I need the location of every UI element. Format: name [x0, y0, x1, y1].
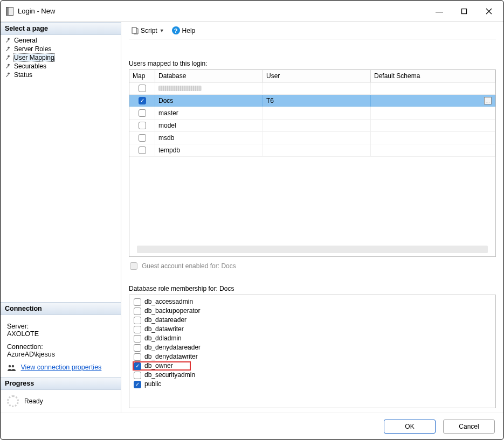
- table-row[interactable]: master: [129, 107, 495, 120]
- svg-rect-0: [462, 9, 467, 13]
- map-checkbox[interactable]: [139, 122, 146, 129]
- cell-schema: [371, 144, 495, 156]
- progress-header: Progress: [1, 377, 121, 390]
- ok-button[interactable]: OK: [384, 420, 436, 434]
- script-button[interactable]: Script ▼: [129, 26, 167, 36]
- role-label: db_denydatareader: [144, 343, 201, 352]
- nav-item-label: General: [14, 37, 37, 44]
- role-checkbox[interactable]: [134, 335, 141, 343]
- roles-label: Database role membership for: Docs: [129, 285, 496, 292]
- role-checkbox[interactable]: [134, 372, 141, 379]
- nav-item-label: Server Roles: [14, 45, 51, 53]
- help-icon: ?: [172, 26, 180, 34]
- cell-user: [263, 144, 371, 156]
- map-checkbox[interactable]: [139, 146, 146, 154]
- role-item-db_denydatawriter[interactable]: db_denydatawriter: [133, 352, 492, 361]
- role-label: db_backupoperator: [144, 306, 200, 316]
- users-mapped-label: Users mapped to this login:: [129, 60, 496, 67]
- right-panel: Script ▼ ? Help Users mapped to this log…: [121, 22, 503, 413]
- table-row[interactable]: [129, 82, 495, 95]
- svg-point-2: [12, 365, 14, 367]
- cell-schema: [371, 132, 495, 144]
- close-button[interactable]: [477, 3, 501, 20]
- table-row[interactable]: DocsT6…: [129, 95, 495, 107]
- role-checkbox[interactable]: [134, 353, 141, 361]
- script-icon: [131, 27, 139, 34]
- cell-schema: [371, 120, 495, 131]
- cell-user: [263, 107, 371, 119]
- app-icon: [6, 7, 13, 16]
- svg-point-1: [9, 365, 11, 367]
- col-user[interactable]: User: [263, 70, 371, 82]
- users-mapped-grid[interactable]: Map Database User Default Schema DocsT6……: [129, 69, 496, 257]
- role-item-db_accessadmin[interactable]: db_accessadmin: [133, 297, 492, 306]
- role-checkbox[interactable]: [134, 298, 141, 306]
- col-map[interactable]: Map: [129, 70, 155, 82]
- titlebar: Login - New —: [1, 1, 503, 22]
- minimize-button[interactable]: —: [427, 3, 452, 20]
- wrench-icon: [5, 54, 11, 61]
- map-checkbox[interactable]: [139, 109, 146, 117]
- table-row[interactable]: msdb: [129, 132, 495, 144]
- role-label: db_owner: [144, 361, 173, 371]
- role-checkbox[interactable]: [134, 344, 141, 352]
- role-label: db_datawriter: [144, 325, 184, 334]
- maximize-button[interactable]: [452, 3, 477, 20]
- cell-user: [263, 120, 371, 131]
- col-default-schema[interactable]: Default Schema: [371, 70, 495, 82]
- left-panel: Select a page GeneralServer RolesUser Ma…: [1, 22, 121, 413]
- nav-item-status[interactable]: Status: [3, 71, 119, 79]
- horizontal-scrollbar[interactable]: [137, 246, 488, 253]
- map-checkbox[interactable]: [139, 85, 146, 92]
- view-connection-properties-link[interactable]: View connection properties: [20, 364, 101, 371]
- role-label: db_accessadmin: [144, 297, 193, 306]
- cell-user: [263, 82, 371, 94]
- role-item-db_securityadmin[interactable]: db_securityadmin: [133, 371, 492, 380]
- role-checkbox[interactable]: [134, 381, 141, 388]
- role-checkbox[interactable]: [134, 326, 141, 333]
- cell-database: master: [155, 107, 263, 119]
- window-title: Login - New: [18, 7, 427, 15]
- cell-database: [155, 82, 263, 94]
- nav-item-general[interactable]: General: [3, 36, 119, 45]
- wrench-icon: [5, 37, 11, 44]
- map-checkbox[interactable]: [139, 134, 146, 142]
- nav-item-user-mapping[interactable]: User Mapping: [3, 53, 119, 62]
- guest-enabled-label: Guest account enabled for: Docs: [142, 262, 236, 270]
- server-value: AXOLOTE: [7, 330, 114, 338]
- redacted-text: [158, 86, 202, 91]
- role-label: db_denydatawriter: [144, 352, 198, 361]
- role-item-db_ddladmin[interactable]: db_ddladmin: [133, 334, 492, 343]
- cell-schema: …: [371, 95, 495, 107]
- role-checkbox[interactable]: [134, 317, 141, 324]
- help-button[interactable]: ? Help: [170, 25, 198, 36]
- map-checkbox[interactable]: [139, 97, 146, 104]
- pages-header: Select a page: [1, 22, 121, 35]
- wrench-icon: [5, 72, 11, 78]
- connection-header: Connection: [1, 302, 121, 315]
- role-item-public[interactable]: public: [133, 380, 492, 389]
- role-checkbox[interactable]: [134, 308, 141, 315]
- wrench-icon: [5, 63, 11, 69]
- cell-database: model: [155, 120, 263, 131]
- role-label: db_ddladmin: [144, 334, 182, 343]
- progress-status: Ready: [24, 397, 43, 405]
- roles-list[interactable]: db_accessadmindb_backupoperatordb_datare…: [129, 295, 496, 408]
- role-checkbox[interactable]: [134, 362, 141, 370]
- nav-item-securables[interactable]: Securables: [3, 62, 119, 71]
- server-label: Server:: [7, 323, 114, 330]
- nav-item-server-roles[interactable]: Server Roles: [3, 45, 119, 53]
- col-database[interactable]: Database: [155, 70, 263, 82]
- cancel-button[interactable]: Cancel: [443, 420, 495, 434]
- role-item-db_backupoperator[interactable]: db_backupoperator: [133, 306, 492, 316]
- progress-spinner-icon: [7, 395, 19, 407]
- nav-item-label: User Mapping: [14, 54, 54, 61]
- browse-schema-button[interactable]: …: [484, 97, 492, 104]
- role-item-db_datawriter[interactable]: db_datawriter: [133, 325, 492, 334]
- role-item-db_denydatareader[interactable]: db_denydatareader: [133, 343, 492, 352]
- cell-database: msdb: [155, 132, 263, 144]
- table-row[interactable]: tempdb: [129, 144, 495, 157]
- role-item-db_datareader[interactable]: db_datareader: [133, 316, 492, 325]
- table-row[interactable]: model: [129, 120, 495, 132]
- role-item-db_owner[interactable]: db_owner: [133, 361, 191, 371]
